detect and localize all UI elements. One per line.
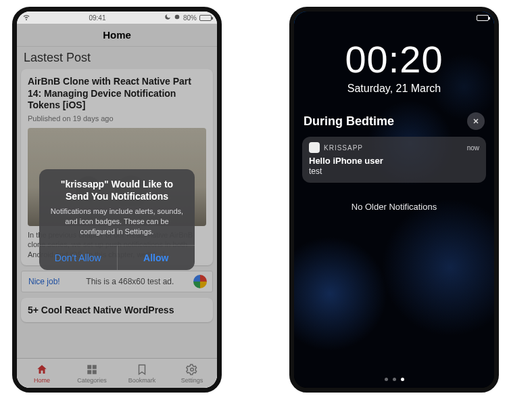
page-dot xyxy=(393,378,396,381)
status-time: 09:41 xyxy=(89,14,105,22)
wifi-icon xyxy=(22,13,30,22)
grid-icon xyxy=(86,363,98,376)
phone-right: 80% 00:20 Saturday, 21 March During Bedt… xyxy=(289,7,499,393)
svg-point-0 xyxy=(191,368,194,371)
tab-bookmark-label: Bookmark xyxy=(128,377,156,384)
moon-icon xyxy=(164,14,171,22)
dont-allow-button[interactable]: Don't Allow xyxy=(39,246,117,270)
section-title: Lastest Post xyxy=(21,47,213,69)
close-icon xyxy=(472,117,480,125)
tab-categories[interactable]: Categories xyxy=(67,359,117,388)
notification-card[interactable]: KRISSAPP now Hello iPhone user test xyxy=(302,137,486,183)
tab-bar: Home Categories Bookmark Settings xyxy=(17,358,217,388)
lock-date: Saturday, 21 March xyxy=(294,83,494,95)
dismiss-bedtime-button[interactable] xyxy=(467,112,485,130)
tab-settings[interactable]: Settings xyxy=(167,359,217,388)
ad-headline: Nice job! xyxy=(22,277,67,286)
allow-button[interactable]: Allow xyxy=(117,246,195,270)
notification-time: now xyxy=(467,144,479,152)
screen: Home Lastest Post AirBnB Clone with Reac… xyxy=(17,24,217,388)
tab-bookmark[interactable]: Bookmark xyxy=(117,359,167,388)
permission-alert: "krissapp" Would Like to Send You Notifi… xyxy=(39,169,195,270)
alert-message: Notifications may include alerts, sounds… xyxy=(49,206,185,237)
ad-message: This is a 468x60 test ad. xyxy=(67,277,193,286)
post-card-2[interactable]: 5+ Cool React Native WordPress xyxy=(21,298,213,322)
post2-title: 5+ Cool React Native WordPress xyxy=(28,305,206,317)
app-icon xyxy=(309,142,320,153)
battery-pct: 80% xyxy=(183,14,197,22)
lock-screen[interactable]: 00:20 Saturday, 21 March During Bedtime … xyxy=(294,12,494,388)
ad-logo-icon xyxy=(193,275,207,288)
post-title: AirBnB Clone with React Native Part 14: … xyxy=(28,76,206,112)
alert-title: "krissapp" Would Like to Send You Notifi… xyxy=(49,179,185,202)
tab-settings-label: Settings xyxy=(181,377,203,384)
notification-title: Hello iPhone user xyxy=(309,156,479,166)
phone-left: 09:41 80% Home Lastest Post AirBnB Clone… xyxy=(12,7,222,393)
page-dots[interactable] xyxy=(294,378,494,381)
page-title: Home xyxy=(17,24,217,47)
lock-time: 00:20 xyxy=(294,37,494,81)
ad-banner[interactable]: Nice job! This is a 468x60 test ad. xyxy=(21,271,213,292)
battery-icon xyxy=(199,15,212,21)
bedtime-label: During Bedtime xyxy=(304,114,394,129)
alarm-icon xyxy=(174,14,180,22)
no-older-label: No Older Notifications xyxy=(294,202,494,212)
status-bar: 09:41 80% xyxy=(17,12,217,24)
home-icon xyxy=(36,363,48,376)
notification-app-name: KRISSAPP xyxy=(324,144,463,152)
bookmark-icon xyxy=(136,363,148,376)
page-dot xyxy=(385,378,388,381)
notification-body: test xyxy=(309,166,479,176)
tab-home-label: Home xyxy=(34,377,50,384)
tab-categories-label: Categories xyxy=(77,377,107,384)
gear-icon xyxy=(186,363,198,376)
page-dot-active xyxy=(401,378,404,381)
post-published: Published on 19 days ago xyxy=(28,114,206,123)
tab-home[interactable]: Home xyxy=(17,359,67,388)
